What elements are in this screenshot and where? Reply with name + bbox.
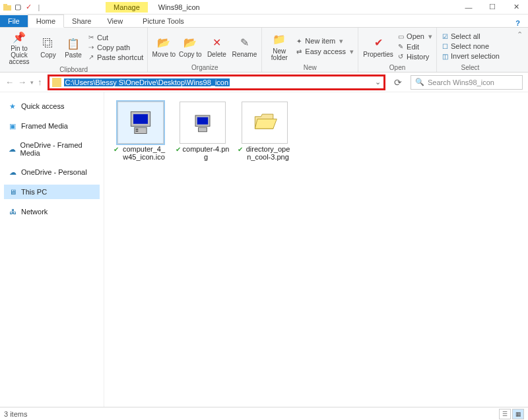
nav-up-button[interactable]: ↑ [38, 77, 42, 87]
copy-to-button[interactable]: 📂Copy to [178, 29, 202, 63]
new-folder-icon: 📁 [271, 32, 287, 47]
sidebar-item-onedrive-framed[interactable]: ☁OneDrive - Framed Media [4, 138, 100, 160]
delete-button[interactable]: ✕Delete [205, 29, 228, 63]
contextual-tab-manage[interactable]: Manage [106, 2, 148, 13]
svg-rect-5 [136, 129, 139, 130]
svg-rect-1 [3, 4, 7, 6]
tab-view[interactable]: View [99, 15, 131, 27]
group-select-label: Select [441, 63, 500, 72]
address-path[interactable]: C:\Users\Blessy S\OneDrive\Desktop\Wins9… [64, 78, 230, 86]
sidebar-item-quick-access[interactable]: ★Quick access [4, 99, 100, 113]
pin-icon: 📌 [11, 29, 27, 45]
rename-button[interactable]: ✎Rename [231, 29, 257, 63]
file-name: directory_open_cool-3.png [244, 145, 292, 161]
tab-file[interactable]: File [0, 15, 28, 27]
copyto-icon: 📂 [182, 35, 198, 51]
collapse-ribbon-button[interactable]: ⌃ [512, 28, 528, 72]
qat-save-icon[interactable]: ▢ [13, 3, 22, 12]
view-icons-button[interactable]: ▦ [512, 409, 524, 419]
sync-icon: ✔ [176, 146, 181, 154]
search-icon: 🔍 [415, 78, 424, 86]
svg-rect-9 [199, 127, 207, 131]
easy-access-button[interactable]: ⇄Easy access▾ [295, 47, 354, 57]
ribbon: 📌Pin to Quick access ⿻Copy 📋Paste ✂Cut ⇢… [0, 28, 528, 73]
title-bar: ▢ ✓ | Manage Wins98_icon — ☐ ✕ [0, 0, 528, 15]
invert-selection-button[interactable]: ◫Invert selection [441, 51, 500, 61]
qat-divider: | [34, 3, 44, 12]
edit-button[interactable]: ✎Edit [397, 42, 432, 51]
search-box[interactable]: 🔍 Search Wins98_icon [411, 75, 523, 90]
folder-icon [3, 3, 12, 12]
ribbon-tabs: File Home Share View Picture Tools ? [0, 15, 528, 28]
easy-icon: ⇄ [295, 47, 303, 55]
file-item[interactable]: ✔directory_open_cool-3.png [238, 102, 292, 161]
select-none-button[interactable]: ☐Select none [441, 42, 500, 51]
view-details-button[interactable]: ☰ [499, 409, 511, 419]
folder-icon [52, 78, 61, 87]
svg-rect-0 [3, 5, 11, 11]
tab-picture-tools[interactable]: Picture Tools [135, 15, 192, 27]
window-title: Wins98_icon [158, 3, 200, 11]
select-all-button[interactable]: ☑Select all [441, 32, 500, 41]
new-item-button[interactable]: ✦New item▾ [295, 36, 354, 46]
maximize-button[interactable]: ☐ [480, 0, 504, 15]
properties-button[interactable]: ✔Properties [362, 29, 394, 63]
star-icon: ★ [8, 102, 17, 111]
move-icon: 📂 [156, 35, 172, 51]
selectnone-icon: ☐ [441, 42, 449, 50]
copy-button[interactable]: ⿻Copy [37, 29, 59, 65]
paste-icon: 📋 [65, 36, 81, 51]
cut-button[interactable]: ✂Cut [87, 33, 143, 42]
tab-home[interactable]: Home [28, 15, 64, 28]
tab-share[interactable]: Share [64, 15, 99, 27]
selectall-icon: ☑ [441, 32, 449, 40]
paste-shortcut-button[interactable]: ↗Paste shortcut [87, 53, 143, 62]
open-icon: ▭ [397, 32, 405, 40]
pc-icon: 🖥 [8, 187, 17, 196]
qat-check-icon[interactable]: ✓ [24, 3, 33, 12]
nav-back-button[interactable]: ← [5, 77, 14, 87]
file-name: computer-4.png [182, 145, 230, 161]
address-bar[interactable]: C:\Users\Blessy S\OneDrive\Desktop\Wins9… [48, 75, 386, 90]
sidebar-item-this-pc[interactable]: 🖥This PC [4, 185, 100, 199]
history-icon: ↺ [397, 53, 405, 61]
pin-quick-access-button[interactable]: 📌Pin to Quick access [4, 29, 34, 65]
svg-rect-8 [197, 117, 209, 125]
address-dropdown[interactable]: ⌄ [375, 78, 381, 86]
paste-button[interactable]: 📋Paste [62, 29, 84, 65]
copy-path-button[interactable]: ⇢Copy path [87, 43, 143, 52]
computer-icon [126, 108, 155, 137]
navigation-pane: ★Quick access ▣Framed Media ☁OneDrive - … [0, 92, 104, 407]
nav-recent-button[interactable]: ▾ [30, 79, 34, 86]
scissors-icon: ✂ [87, 34, 95, 42]
sidebar-item-framed-media[interactable]: ▣Framed Media [4, 119, 100, 133]
svg-rect-3 [133, 114, 148, 124]
network-icon: 🖧 [8, 207, 17, 216]
svg-marker-11 [255, 119, 277, 129]
folder-open-icon [250, 108, 279, 137]
sync-icon: ✔ [114, 146, 119, 154]
sidebar-item-network[interactable]: 🖧Network [4, 204, 100, 219]
file-item[interactable]: ✔computer-4.png [176, 102, 230, 161]
move-to-button[interactable]: 📂Move to [152, 29, 176, 63]
path-icon: ⇢ [87, 44, 95, 51]
group-open-label: Open [362, 63, 432, 72]
invert-icon: ◫ [441, 52, 449, 60]
minimize-button[interactable]: — [457, 0, 480, 15]
sidebar-item-onedrive-personal[interactable]: ☁OneDrive - Personal [4, 165, 100, 179]
sync-icon: ✔ [238, 146, 243, 154]
new-folder-button[interactable]: 📁New folder [266, 29, 292, 63]
help-icon[interactable]: ? [515, 19, 520, 27]
history-button[interactable]: ↺History [397, 52, 432, 61]
close-button[interactable]: ✕ [504, 0, 528, 15]
item-count: 3 items [4, 410, 27, 418]
refresh-button[interactable]: ⟳ [391, 77, 405, 88]
edit-icon: ✎ [397, 43, 405, 51]
address-row: ← → ▾ ↑ C:\Users\Blessy S\OneDrive\Deskt… [0, 73, 528, 92]
file-list[interactable]: ✔computer_4_w45_icon.ico ✔computer-4.png… [104, 92, 528, 407]
nav-forward-button[interactable]: → [18, 77, 26, 87]
svg-rect-4 [135, 127, 147, 133]
open-button[interactable]: ▭Open▾ [397, 32, 432, 42]
copy-icon: ⿻ [40, 36, 56, 51]
file-item[interactable]: ✔computer_4_w45_icon.ico [114, 102, 168, 161]
